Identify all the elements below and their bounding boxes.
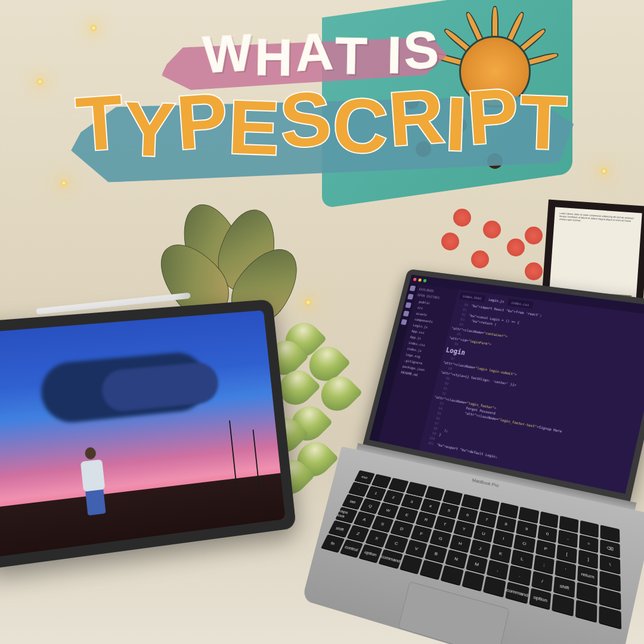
minimize-icon [418,278,422,282]
keyboard-key: B [425,544,447,563]
tablet-device [0,299,296,569]
editor-tab: index.html [459,292,485,302]
editor-tab: index.css [507,298,534,309]
keyboard-key: V [405,540,428,558]
keyboard-key [599,606,621,629]
git-icon [405,302,411,308]
debug-icon [403,311,410,317]
title-overlay: WHAT IS TYPESCRIPT [54,24,590,166]
maximize-icon [423,279,426,283]
keyboard-key: option [529,588,552,609]
tablet-screen [0,310,286,557]
keyboard-key [575,600,597,623]
keyboard-key: option [359,544,382,562]
close-icon [413,278,417,281]
keyboard-key [483,576,506,597]
keyboard-key [441,565,463,586]
search-icon [407,294,414,300]
extensions-icon [401,319,407,325]
keyboard-key: W [377,502,399,518]
photo-scene: WHAT IS TYPESCRIPT Lorem ipsum dolor sit… [0,0,644,644]
keyboard-key [420,560,443,580]
keyboard-key: command [505,581,530,603]
keyboard-key: esc [354,470,374,484]
keyboard-key: 1 [366,486,386,501]
editor-tab: Login.js [485,295,509,305]
keyboard-key [552,594,574,616]
keyboard-key [462,571,484,591]
keyboard-key: command [379,549,403,568]
files-icon [410,286,416,292]
keyboard-key: S [371,516,394,532]
keyboard-key [400,555,423,574]
keyboard-key: X [366,530,388,547]
title-line-2: TYPESCRIPT [53,74,591,171]
keyboard-key: F [410,525,432,542]
